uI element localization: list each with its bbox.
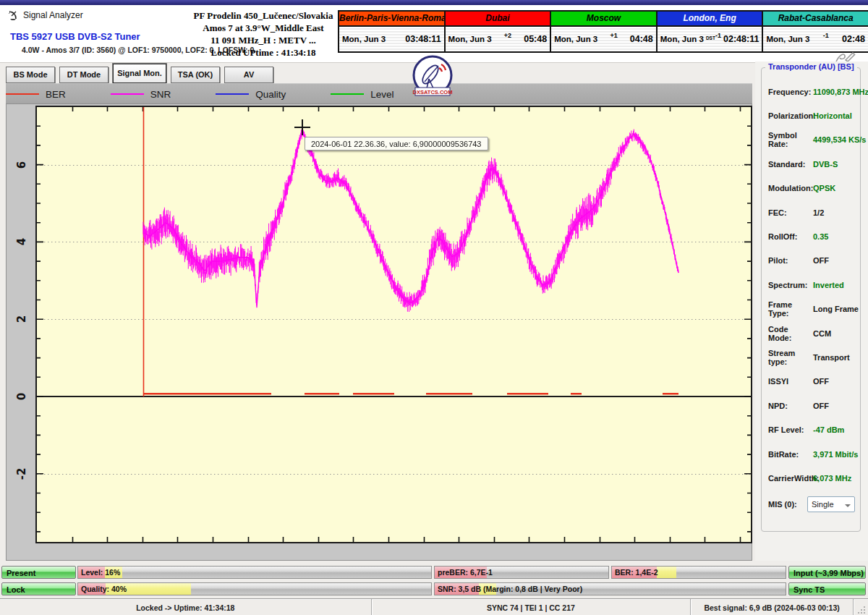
clock-utc-offset: -1 bbox=[715, 32, 721, 39]
chart-tooltip: 2024-06-01 22.36.36, value: 6,9000000953… bbox=[305, 137, 488, 150]
legend-label: Level bbox=[370, 89, 393, 100]
clock-city-label: London, Eng bbox=[658, 12, 762, 27]
dxsatcs-logo: DXSATCS.COM bbox=[409, 55, 456, 100]
transponder-row-value: 6,073 MHz bbox=[813, 474, 851, 483]
world-clock: Dubai Mon, Jun 3 +2 05:48 bbox=[444, 12, 550, 51]
clock-time-row: Mon, Jun 3 +1 04:48 bbox=[551, 27, 656, 51]
mis-row: MIS (0): Single bbox=[768, 496, 855, 512]
ber-progressbar: BER: 1,4E-2 bbox=[611, 566, 786, 579]
window-top-edge bbox=[0, 0, 868, 5]
mis-selected-value: Single bbox=[812, 500, 834, 509]
signal-analyzer-window: Signal Analyzer TBS 5927 USB DVB-S2 Tune… bbox=[0, 0, 868, 615]
transponder-row: RF Level: -47 dBm bbox=[768, 417, 857, 441]
transponder-row: FEC: 1/2 bbox=[768, 200, 857, 224]
transponder-row-label: ISSYI bbox=[768, 377, 813, 386]
clock-time: 05:48 bbox=[524, 34, 547, 44]
mode-tab[interactable]: BS Mode bbox=[6, 67, 55, 83]
transponder-row-label: FEC: bbox=[768, 208, 813, 217]
transponder-row-value: QPSK bbox=[813, 184, 835, 192]
status-sync-counters: SYNC 74 | TEI 1 | CC 217 bbox=[372, 599, 691, 615]
tab-label: TSA (OK) bbox=[178, 70, 213, 79]
mode-tab[interactable]: DT Mode bbox=[59, 67, 109, 83]
signal-trend-chart[interactable] bbox=[37, 107, 751, 542]
transponder-row-label: Polarization: bbox=[768, 111, 813, 120]
y-axis-label: 6 bbox=[15, 156, 28, 174]
legend-line-swatch bbox=[6, 93, 39, 95]
clock-city-label: Rabat-Casablanca bbox=[763, 12, 868, 27]
clock-date: Mon, Jun 3 bbox=[448, 35, 492, 43]
snr-progressbar: SNR: 3,5 dB (Margin: 0,8 dB | Very Poor) bbox=[434, 582, 786, 595]
site-info-block: PF Prodelin 450_Lučenec/Slovakia Amos 7 … bbox=[190, 9, 337, 59]
legend-item: BER bbox=[6, 89, 66, 100]
clock-time-row: Mon, Jun 3 +2 05:48 bbox=[446, 27, 550, 51]
site-line: 11 091 MHz_H : METV ... bbox=[190, 34, 337, 46]
transponder-row: Polarization: Horizontal bbox=[768, 103, 857, 127]
signal-chart-panel: 2024-06-01 22.36.36, value: 6,9000000953… bbox=[6, 103, 752, 561]
transponder-row-label: RollOff: bbox=[768, 232, 813, 241]
transponder-row: Standard: DVB-S bbox=[768, 152, 857, 176]
legend-line-swatch bbox=[331, 93, 364, 95]
legend-line-swatch bbox=[216, 93, 249, 95]
transponder-row: Pilot: OFF bbox=[768, 249, 857, 273]
resize-grip[interactable] bbox=[854, 599, 868, 615]
transponder-row-value: -47 dBm bbox=[813, 425, 844, 434]
input-indicator: Input (~3,99 Mbps) bbox=[788, 566, 866, 579]
transponder-row-label: Code Mode: bbox=[768, 325, 813, 342]
transponder-row: CarrierWidth: 6,073 MHz bbox=[768, 466, 857, 490]
transponder-row: Stream type: Transport bbox=[768, 345, 857, 369]
sync-ts-indicator: Sync TS bbox=[788, 582, 866, 595]
y-axis-label: 0 bbox=[15, 387, 28, 406]
tuner-title: TBS 5927 USB DVB-S2 Tuner bbox=[10, 31, 140, 42]
tab-label: DT Mode bbox=[67, 70, 101, 79]
preber-label: preBER: 6,7E-1 bbox=[435, 567, 608, 577]
transponder-group-title: Transponder (AU) [BS] bbox=[765, 62, 857, 71]
legend-label: Quality bbox=[255, 89, 286, 100]
legend-item: SNR bbox=[111, 89, 171, 100]
legend-label: SNR bbox=[150, 89, 171, 100]
legend-item: Level bbox=[331, 89, 393, 100]
plot-area: 2024-06-01 22.36.36, value: 6,9000000953… bbox=[35, 106, 752, 543]
clock-time: 03:48:11 bbox=[405, 34, 441, 44]
level-progressbar: Level: 16% bbox=[77, 566, 432, 579]
transponder-side-panel: Transponder (AU) [BS] Frequency: 11090,8… bbox=[755, 62, 868, 561]
transponder-row: Frequency: 11090,873 MHz bbox=[768, 80, 857, 103]
world-clocks-panel: Berlin-Paris-Vienna-Roma Mon, Jun 3 03:4… bbox=[338, 10, 868, 53]
clock-date: Mon, Jun 3 bbox=[660, 35, 704, 43]
chart-crosshair bbox=[294, 119, 310, 135]
quality-label: Quality: 40% bbox=[78, 583, 431, 593]
transponder-row-label: Stream type: bbox=[768, 349, 813, 366]
transponder-row-value: Long Frame bbox=[813, 305, 859, 313]
transponder-row-value: 0.35 bbox=[813, 232, 828, 241]
clock-time-row: Mon, Jun 3 03:48:11 bbox=[339, 27, 444, 51]
titlebar: Signal Analyzer bbox=[7, 9, 83, 22]
transponder-row: Symbol Rate: 4499,534 KS/s bbox=[768, 128, 857, 152]
transponder-row-value: OFF bbox=[813, 402, 829, 410]
legend-line-swatch bbox=[111, 93, 144, 95]
transponder-row-value: Inverted bbox=[813, 281, 844, 289]
transponder-row-label: Pilot: bbox=[768, 256, 813, 265]
transponder-row: Code Mode: CCM bbox=[768, 321, 857, 345]
transponder-row: RollOff: 0.35 bbox=[768, 224, 857, 248]
world-clock: Berlin-Paris-Vienna-Roma Mon, Jun 3 03:4… bbox=[339, 12, 444, 51]
transponder-row: BitRate: 3,971 Mbit/s bbox=[768, 442, 857, 466]
transponder-row-value: OFF bbox=[813, 256, 829, 265]
clock-city-label: Moscow bbox=[551, 12, 656, 27]
mis-dropdown[interactable]: Single bbox=[807, 496, 855, 512]
status-best-signal: Best signal: 6,9 dB (2024-06-03 00:13) bbox=[691, 599, 853, 615]
mode-tab[interactable]: Signal Mon. bbox=[113, 64, 166, 83]
transponder-rows: Frequency: 11090,873 MHz Polarization: H… bbox=[768, 80, 857, 491]
transponder-row-value: 3,971 Mbit/s bbox=[813, 450, 858, 459]
transponder-row-label: Symbol Rate: bbox=[768, 131, 813, 148]
transponder-groupbox: Transponder (AU) [BS] Frequency: 11090,8… bbox=[761, 67, 861, 532]
mode-tab[interactable]: AV (Stopped) bbox=[224, 67, 273, 83]
indicator-row-1: Present Level: 16% preBER: 6,7E-1 BER: 1… bbox=[0, 566, 868, 580]
chart-legend-bar: BER SNR Quality Level bbox=[6, 83, 752, 104]
transponder-row-value: DVB-S bbox=[813, 160, 838, 169]
transponder-row-label: CarrierWidth: bbox=[768, 474, 813, 483]
world-clock: Moscow Mon, Jun 3 +1 04:48 bbox=[550, 12, 656, 51]
transponder-row-label: Modulation: bbox=[768, 184, 813, 192]
y-axis-label: -2 bbox=[15, 465, 28, 483]
mode-tab[interactable]: TSA (OK) bbox=[171, 67, 220, 83]
app-icon bbox=[7, 9, 19, 21]
tab-label: Signal Mon. bbox=[117, 69, 162, 77]
